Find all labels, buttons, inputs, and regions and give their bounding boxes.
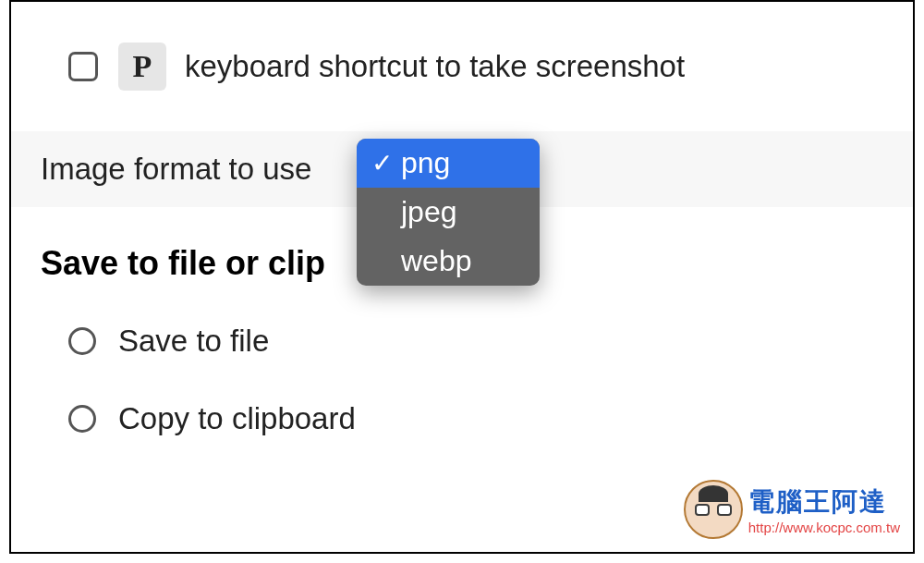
shortcut-label: keyboard shortcut to take screenshot bbox=[185, 49, 685, 84]
shortcut-row: P keyboard shortcut to take screenshot bbox=[11, 2, 913, 131]
watermark-avatar-icon bbox=[684, 480, 743, 539]
watermark-url: http://www.kocpc.com.tw bbox=[748, 520, 900, 535]
watermark: 電腦王阿達 http://www.kocpc.com.tw bbox=[684, 480, 900, 539]
format-option-webp[interactable]: ✓ webp bbox=[357, 237, 540, 286]
shortcut-checkbox[interactable] bbox=[68, 52, 98, 81]
format-option-label: jpeg bbox=[401, 195, 457, 229]
radio-save-file[interactable] bbox=[68, 327, 96, 355]
radio-label: Save to file bbox=[118, 324, 269, 359]
settings-panel: P keyboard shortcut to take screenshot I… bbox=[9, 0, 915, 554]
format-option-jpeg[interactable]: ✓ jpeg bbox=[357, 188, 540, 237]
format-option-png[interactable]: ✓ png bbox=[357, 139, 540, 188]
save-radio-group: Save to file Copy to clipboard bbox=[11, 296, 913, 436]
format-option-label: webp bbox=[401, 244, 472, 278]
check-icon: ✓ bbox=[371, 148, 399, 178]
watermark-title: 電腦王阿達 bbox=[748, 484, 900, 520]
radio-label: Copy to clipboard bbox=[118, 401, 356, 436]
radio-copy-clipboard[interactable] bbox=[68, 405, 96, 433]
shortcut-key-badge: P bbox=[118, 43, 166, 91]
format-label: Image format to use bbox=[41, 152, 311, 187]
format-option-label: png bbox=[401, 146, 450, 180]
save-option-clipboard[interactable]: Copy to clipboard bbox=[68, 401, 913, 436]
save-option-file[interactable]: Save to file bbox=[68, 324, 913, 359]
format-row: Image format to use ✓ png ✓ jpeg ✓ webp bbox=[11, 131, 913, 207]
format-dropdown[interactable]: ✓ png ✓ jpeg ✓ webp bbox=[357, 139, 540, 286]
